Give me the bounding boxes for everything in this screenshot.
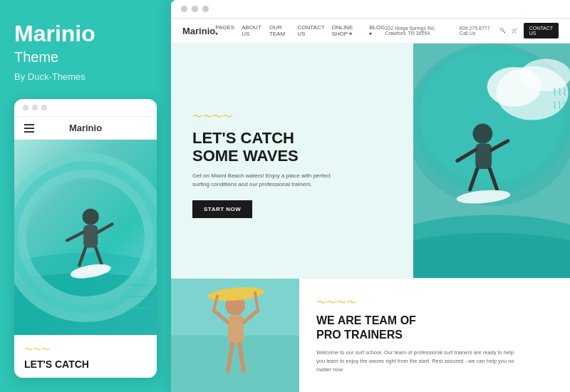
desktop-nav-links: PAGES ▾ ABOUT US OUR TEAM CONTACT US ONL… xyxy=(215,24,385,37)
svg-point-26 xyxy=(413,233,570,278)
mobile-preview-card: Marinio xyxy=(14,99,157,378)
desktop-browser-bar xyxy=(171,0,570,19)
nav-link-pages[interactable]: PAGES ▾ xyxy=(215,24,234,37)
section2-yellow-wave: 〜〜〜〜 xyxy=(316,296,553,309)
svg-point-4 xyxy=(83,209,99,225)
svg-rect-5 xyxy=(83,225,98,248)
nav-phone: 809.275.8777 Call Us xyxy=(460,26,494,36)
nav-contact-button[interactable]: CONTACT US xyxy=(524,23,559,38)
browser-dot-1 xyxy=(23,105,28,110)
mobile-nav-logo: Marinio xyxy=(69,123,102,133)
left-panel: Marinio Theme By Duck-Themes Marinio xyxy=(0,0,171,392)
section2-title-line2: PRO TRAINERS xyxy=(316,329,403,341)
hamburger-icon xyxy=(24,124,34,133)
hero-right-image: ⌇⌇⌇ ⌇⌇⌇ ⌇⌇⌇ xyxy=(413,43,570,278)
brand-subtitle: Theme xyxy=(14,49,157,66)
mobile-nav: Marinio xyxy=(14,117,157,140)
nav-link-team[interactable]: OUR TEAM xyxy=(269,24,291,37)
hero-description: Get on Miami Beach waters! Enjoy a place… xyxy=(192,172,335,189)
desktop-dot-2 xyxy=(192,6,198,12)
section2-right-content: 〜〜〜〜 WE ARE TEAM OF PRO TRAINERS Welcome… xyxy=(299,279,570,392)
nav-link-about[interactable]: ABOUT US xyxy=(242,24,262,37)
svg-line-7 xyxy=(98,224,112,232)
mobile-hero-image: 〜〜〜 〜〜〜 〜〜〜 xyxy=(14,140,157,335)
nav-cart-icon[interactable]: 🛒 xyxy=(512,28,518,33)
brand-author: By Duck-Themes xyxy=(14,71,157,82)
hero-title-line2: SOME WAVES xyxy=(192,147,299,165)
section2-title-line1: WE ARE TEAM OF xyxy=(316,314,416,326)
section2-description: Welcome to our surf school. Our team of … xyxy=(316,349,516,374)
browser-dot-3 xyxy=(41,105,47,110)
svg-rect-30 xyxy=(228,316,244,344)
hero-image-background: ⌇⌇⌇ ⌇⌇⌇ ⌇⌇⌇ xyxy=(413,43,570,278)
mobile-wave-decoration: 〜〜〜 〜〜〜 〜〜〜 xyxy=(129,281,148,314)
hero-title: LET'S CATCH SOME WAVES xyxy=(192,129,399,165)
desktop-nav-logo: Marinio xyxy=(182,26,215,36)
mobile-catch-text: LET'S CATCH xyxy=(24,359,147,371)
hero-yellow-wave: 〜〜〜〜 xyxy=(192,110,399,123)
desktop-content: Marinio PAGES ▾ ABOUT US OUR TEAM CONTAC… xyxy=(171,19,570,392)
brand-title: Marinio xyxy=(14,21,157,46)
hero-title-line1: LET'S CATCH xyxy=(192,129,294,147)
desktop-section2: 〜〜〜〜 WE ARE TEAM OF PRO TRAINERS Welcome… xyxy=(171,278,570,392)
desktop-dot-3 xyxy=(202,6,209,12)
wave-deco-lines: 〜〜〜 〜〜〜 〜〜〜 xyxy=(129,281,148,314)
browser-dot-2 xyxy=(32,105,38,110)
hero-left: 〜〜〜〜 LET'S CATCH SOME WAVES Get on Miami… xyxy=(171,43,413,278)
nav-link-contact[interactable]: CONTACT US xyxy=(298,24,325,37)
desktop-hero: 〜〜〜〜 LET'S CATCH SOME WAVES Get on Miami… xyxy=(171,43,570,278)
mobile-yellow-wave: 〜〜〜 xyxy=(24,344,147,356)
nav-address: 202 Holga Springs Rd, Crawford, TN 38554 xyxy=(385,26,453,36)
desktop-nav: Marinio PAGES ▾ ABOUT US OUR TEAM CONTAC… xyxy=(171,19,570,43)
nav-link-blog[interactable]: BLOG ▾ xyxy=(369,24,385,37)
svg-rect-19 xyxy=(475,143,492,168)
desktop-dot-1 xyxy=(181,6,187,12)
person-surfboard-svg xyxy=(171,279,299,392)
nav-link-shop[interactable]: ONLINE SHOP ▾ xyxy=(331,24,362,37)
section2-left-image xyxy=(171,279,299,392)
hero-cta-button[interactable]: START NOW xyxy=(192,200,252,218)
desktop-nav-right: 202 Holga Springs Rd, Crawford, TN 38554… xyxy=(385,23,559,38)
right-panel: Marinio PAGES ▾ ABOUT US OUR TEAM CONTAC… xyxy=(171,0,570,392)
desktop-surfer-svg xyxy=(413,43,570,278)
mobile-card-text: 〜〜〜 LET'S CATCH xyxy=(14,335,157,378)
mobile-browser-bar xyxy=(14,99,157,117)
teal-wave-decoration: ⌇⌇⌇ ⌇⌇⌇ ⌇⌇⌇ xyxy=(552,86,570,125)
section2-title: WE ARE TEAM OF PRO TRAINERS xyxy=(316,314,553,341)
nav-search-icon[interactable]: 🔍 xyxy=(499,28,506,33)
svg-point-18 xyxy=(472,124,492,144)
svg-line-6 xyxy=(67,232,83,241)
